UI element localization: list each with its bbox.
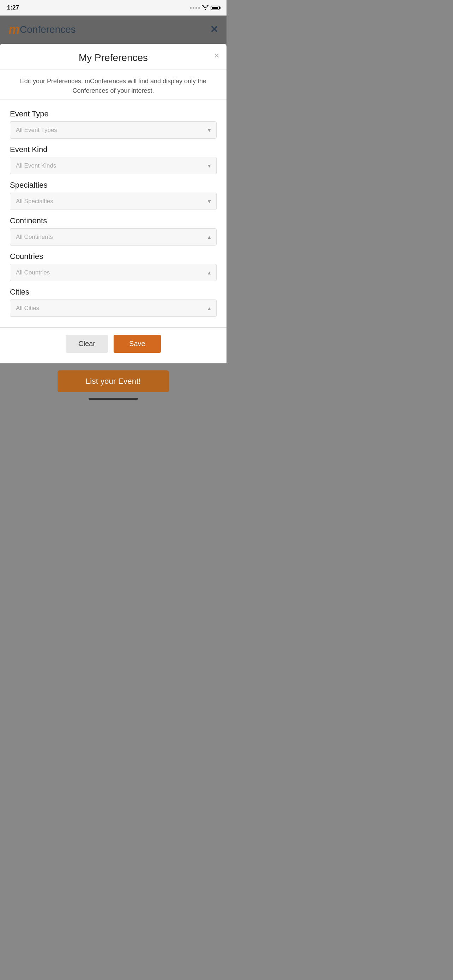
- status-time: 1:27: [7, 4, 19, 11]
- modal-body: Event Type All Event Types ▼ Event Kind …: [0, 99, 227, 320]
- app-header-close-button[interactable]: ✕: [210, 25, 218, 35]
- continents-select[interactable]: All Continents: [10, 228, 217, 245]
- specialties-select[interactable]: All Specialties: [10, 192, 217, 210]
- event-kind-field: Event Kind All Event Kinds ▼: [10, 145, 217, 174]
- bottom-area: List your Event!: [0, 363, 227, 410]
- event-type-select[interactable]: All Event Types: [10, 121, 217, 138]
- specialties-select-wrapper[interactable]: All Specialties ▼: [10, 192, 217, 210]
- continents-field: Continents All Continents ▲: [10, 216, 217, 245]
- specialties-label: Specialties: [10, 181, 217, 190]
- app-header: m Conferences ✕: [0, 16, 227, 44]
- countries-select[interactable]: All Countries: [10, 264, 217, 281]
- continents-label: Continents: [10, 216, 217, 226]
- cities-label: Cities: [10, 288, 217, 297]
- status-icons: [190, 5, 219, 11]
- clear-button[interactable]: Clear: [66, 335, 108, 353]
- event-type-field: Event Type All Event Types ▼: [10, 109, 217, 138]
- event-kind-label: Event Kind: [10, 145, 217, 154]
- event-kind-select[interactable]: All Event Kinds: [10, 157, 217, 174]
- event-type-label: Event Type: [10, 109, 217, 119]
- signal-icon: [190, 7, 200, 9]
- save-button[interactable]: Save: [114, 335, 161, 353]
- cities-field: Cities All Cities ▲: [10, 288, 217, 317]
- specialties-field: Specialties All Specialties ▼: [10, 181, 217, 210]
- status-bar: 1:27: [0, 0, 227, 16]
- modal-close-button[interactable]: ×: [214, 51, 219, 60]
- event-kind-select-wrapper[interactable]: All Event Kinds ▼: [10, 157, 217, 174]
- countries-select-wrapper[interactable]: All Countries ▲: [10, 264, 217, 281]
- modal-description: Edit your Preferences. mConferences will…: [0, 70, 227, 99]
- wifi-icon: [202, 5, 208, 11]
- logo-m: m: [8, 23, 20, 36]
- cities-select-wrapper[interactable]: All Cities ▲: [10, 299, 217, 317]
- battery-icon: [211, 6, 219, 10]
- modal-footer: Clear Save: [0, 328, 227, 356]
- modal-title: My Preferences: [79, 52, 148, 64]
- event-type-select-wrapper[interactable]: All Event Types ▼: [10, 121, 217, 138]
- preferences-modal: My Preferences × Edit your Preferences. …: [0, 44, 227, 363]
- countries-label: Countries: [10, 252, 217, 261]
- modal-header: My Preferences ×: [0, 44, 227, 70]
- continents-select-wrapper[interactable]: All Continents ▲: [10, 228, 217, 245]
- logo: m Conferences: [8, 23, 76, 36]
- logo-conferences: Conferences: [20, 25, 76, 35]
- home-indicator: [89, 398, 138, 400]
- list-event-button[interactable]: List your Event!: [57, 371, 169, 392]
- countries-field: Countries All Countries ▲: [10, 252, 217, 281]
- cities-select[interactable]: All Cities: [10, 299, 217, 317]
